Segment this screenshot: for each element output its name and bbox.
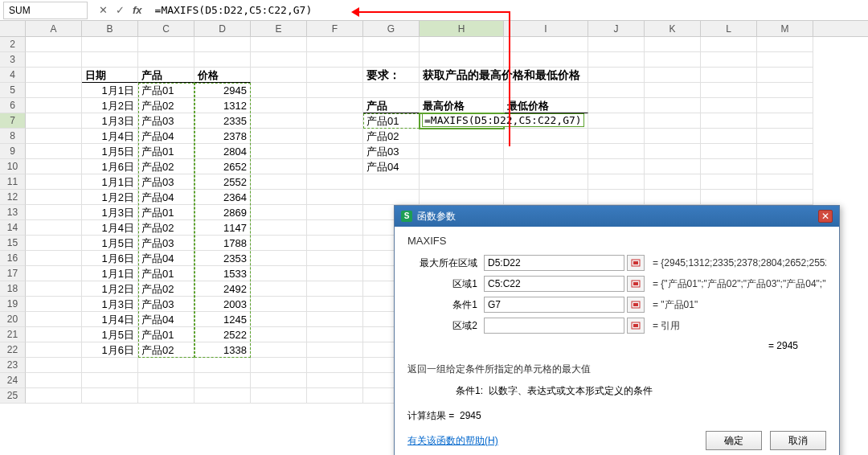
cell-M3[interactable]	[757, 52, 813, 68]
cell-B8[interactable]: 1月4日	[82, 129, 138, 144]
cell-D11[interactable]: 2552	[194, 174, 251, 190]
cell-M10[interactable]	[757, 159, 813, 174]
cell-E21[interactable]	[251, 327, 307, 342]
cell-J5[interactable]	[588, 83, 645, 98]
cell-B4[interactable]: 日期	[82, 68, 138, 83]
cell-H2[interactable]	[420, 37, 504, 52]
cell-B16[interactable]: 1月6日	[82, 251, 138, 266]
cell-C25[interactable]	[138, 388, 194, 404]
cell-K8[interactable]	[645, 129, 701, 144]
cell-E20[interactable]	[251, 312, 307, 327]
row-head[interactable]: 16	[0, 251, 26, 266]
cell-F17[interactable]	[307, 266, 363, 281]
col-head-K[interactable]: K	[645, 21, 701, 36]
cell-H10[interactable]	[420, 159, 504, 174]
cell-E16[interactable]	[251, 251, 307, 266]
cell-B25[interactable]	[82, 388, 138, 404]
cell-F10[interactable]	[307, 159, 363, 174]
cell-E2[interactable]	[251, 37, 307, 52]
row-head[interactable]: 21	[0, 327, 26, 342]
cell-L10[interactable]	[701, 159, 757, 174]
cell-L2[interactable]	[701, 37, 757, 52]
cell-C5[interactable]: 产品01	[138, 83, 194, 98]
cell-A18[interactable]	[26, 281, 82, 297]
cell-D8[interactable]: 2378	[194, 129, 251, 144]
cell-A24[interactable]	[26, 373, 82, 388]
cell-A16[interactable]	[26, 251, 82, 266]
cell-M9[interactable]	[757, 144, 813, 159]
cell-C10[interactable]: 产品02	[138, 159, 194, 174]
cell-F8[interactable]	[307, 129, 363, 144]
cell-B10[interactable]: 1月6日	[82, 159, 138, 174]
cell-G10[interactable]: 产品04	[363, 159, 420, 174]
cell-L8[interactable]	[701, 129, 757, 144]
cell-F20[interactable]	[307, 312, 363, 327]
cell-E10[interactable]	[251, 159, 307, 174]
cell-D23[interactable]	[194, 358, 251, 373]
cell-I2[interactable]	[504, 37, 588, 52]
cell-E24[interactable]	[251, 373, 307, 388]
cell-D20[interactable]: 1245	[194, 312, 251, 327]
cell-H8[interactable]	[420, 129, 504, 144]
formula-input[interactable]: =MAXIFS(D5:D22,C5:C22,G7)	[150, 4, 868, 16]
cell-I6[interactable]: 最低价格	[504, 98, 588, 113]
row-head[interactable]: 3	[0, 52, 26, 68]
cell-M8[interactable]	[757, 129, 813, 144]
cell-I5[interactable]	[504, 83, 588, 98]
range-select-icon[interactable]	[627, 255, 645, 271]
cell-L6[interactable]	[701, 98, 757, 113]
cell-A4[interactable]	[26, 68, 82, 83]
cell-C4[interactable]: 产品	[138, 68, 194, 83]
row-head[interactable]: 20	[0, 312, 26, 327]
cell-A7[interactable]	[26, 113, 82, 129]
cell-C13[interactable]: 产品01	[138, 205, 194, 220]
cell-A2[interactable]	[26, 37, 82, 52]
cell-E3[interactable]	[251, 52, 307, 68]
inline-formula-edit[interactable]: =MAXIFS(D5:D22,C5:C22,G7)	[422, 113, 584, 127]
cell-A21[interactable]	[26, 327, 82, 342]
cell-G5[interactable]	[363, 83, 420, 98]
cell-M11[interactable]	[757, 174, 813, 190]
cancel-icon[interactable]: ✕	[99, 4, 108, 16]
cell-A10[interactable]	[26, 159, 82, 174]
cell-B7[interactable]: 1月3日	[82, 113, 138, 129]
cell-E22[interactable]	[251, 342, 307, 358]
cell-B13[interactable]: 1月3日	[82, 205, 138, 220]
cell-D6[interactable]: 1312	[194, 98, 251, 113]
row-head[interactable]: 23	[0, 358, 26, 373]
cell-B17[interactable]: 1月1日	[82, 266, 138, 281]
cell-C20[interactable]: 产品04	[138, 312, 194, 327]
cell-D7[interactable]: 2335	[194, 113, 251, 129]
cell-D16[interactable]: 2353	[194, 251, 251, 266]
col-head-G[interactable]: G	[363, 21, 420, 36]
param-input-2[interactable]	[484, 297, 624, 313]
cell-J3[interactable]	[588, 52, 645, 68]
cell-M6[interactable]	[757, 98, 813, 113]
cell-B11[interactable]: 1月1日	[82, 174, 138, 190]
cell-E15[interactable]	[251, 236, 307, 251]
cell-F23[interactable]	[307, 358, 363, 373]
cell-A5[interactable]	[26, 83, 82, 98]
row-head[interactable]: 2	[0, 37, 26, 52]
row-head[interactable]: 14	[0, 220, 26, 236]
cell-B3[interactable]	[82, 52, 138, 68]
ok-button[interactable]: 确定	[706, 431, 762, 450]
cell-G3[interactable]	[363, 52, 420, 68]
cell-B5[interactable]: 1月1日	[82, 83, 138, 98]
cell-A25[interactable]	[26, 388, 82, 404]
cell-D13[interactable]: 2869	[194, 205, 251, 220]
row-head[interactable]: 5	[0, 83, 26, 98]
cell-D25[interactable]	[194, 388, 251, 404]
cell-I4[interactable]	[504, 68, 588, 83]
cell-A14[interactable]	[26, 220, 82, 236]
cell-G8[interactable]: 产品02	[363, 129, 420, 144]
cell-B9[interactable]: 1月5日	[82, 144, 138, 159]
cell-K5[interactable]	[645, 83, 701, 98]
cell-D17[interactable]: 1533	[194, 266, 251, 281]
cell-F18[interactable]	[307, 281, 363, 297]
cell-J9[interactable]	[588, 144, 645, 159]
row-head[interactable]: 4	[0, 68, 26, 83]
cell-I12[interactable]	[504, 190, 588, 205]
cell-A22[interactable]	[26, 342, 82, 358]
cell-J11[interactable]	[588, 174, 645, 190]
